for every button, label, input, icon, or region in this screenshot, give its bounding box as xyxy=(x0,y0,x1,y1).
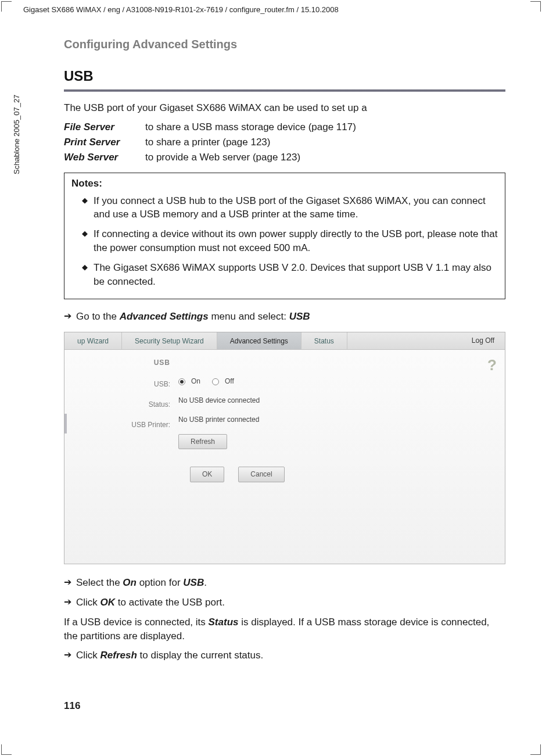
label-usb: USB: xyxy=(64,379,170,389)
step-line: ➔ Click OK to activate the USB port. xyxy=(64,596,505,610)
t: USB xyxy=(289,311,310,322)
refresh-row: Refresh xyxy=(178,434,505,450)
heading-underline xyxy=(64,89,505,92)
def-row: Print Serverto share a printer (page 123… xyxy=(64,135,505,149)
t: . xyxy=(204,577,207,588)
cancel-button[interactable]: Cancel xyxy=(238,467,284,482)
doc-header-path: Gigaset SX686 WiMAX / eng / A31008-N919-… xyxy=(23,5,339,15)
left-edge-decoration xyxy=(64,414,67,433)
spacer xyxy=(178,358,505,367)
notes-list: If you connect a USB hub to the USB port… xyxy=(71,194,498,289)
step-line: ➔ Go to the Advanced Settings menu and s… xyxy=(64,310,505,324)
tab-setup-wizard[interactable]: up Wizard xyxy=(64,332,122,349)
page-title: USB xyxy=(64,66,505,86)
def-row: File Serverto share a USB mass storage d… xyxy=(64,120,505,134)
help-icon[interactable]: ? xyxy=(487,354,497,375)
radio-on[interactable] xyxy=(178,378,185,385)
def-term: File Server xyxy=(64,120,145,134)
tab-advanced-settings[interactable]: Advanced Settings xyxy=(217,332,301,349)
step-line: ➔ Select the On option for USB. xyxy=(64,576,505,590)
status-value: No USB device connected xyxy=(178,396,505,406)
t: Refresh xyxy=(100,650,137,661)
step-text: Select the On option for USB. xyxy=(76,576,505,590)
t: If a USB device is connected, its xyxy=(64,617,209,628)
arrow-right-icon: ➔ xyxy=(64,648,71,661)
note-item: The Gigaset SX686 WiMAX supports USB V 2… xyxy=(82,261,498,289)
def-term: Web Server xyxy=(64,151,145,164)
intro-text: The USB port of your Gigaset SX686 WiMAX… xyxy=(64,101,505,115)
usb-on-off-row: On Off xyxy=(178,377,505,386)
def-row: Web Serverto provide a Web server (page … xyxy=(64,151,505,164)
t: Click xyxy=(76,650,100,661)
arrow-right-icon: ➔ xyxy=(64,576,71,589)
definition-table: File Serverto share a USB mass storage d… xyxy=(64,120,505,164)
radio-off-label: Off xyxy=(225,377,234,386)
tab-status[interactable]: Status xyxy=(301,332,347,349)
refresh-button[interactable]: Refresh xyxy=(178,434,227,450)
note-item: If connecting a device without its own p… xyxy=(82,227,498,255)
label-status: Status: xyxy=(64,400,170,410)
ok-cancel-row: OK Cancel xyxy=(178,467,505,482)
panel-title: USB xyxy=(64,358,170,368)
t: to activate the USB port. xyxy=(115,597,225,608)
step-text: Go to the Advanced Settings menu and sel… xyxy=(76,310,505,324)
t: option for xyxy=(137,577,183,588)
tab-security-setup-wizard[interactable]: Security Setup Wizard xyxy=(122,332,217,349)
router-ui-screenshot: up Wizard Security Setup Wizard Advanced… xyxy=(64,332,505,564)
t: Click xyxy=(76,597,100,608)
label-usb-printer: USB Printer: xyxy=(64,420,170,430)
ok-button[interactable]: OK xyxy=(190,467,224,482)
page-content: Configuring Advanced Settings USB The US… xyxy=(64,36,505,668)
t: USB xyxy=(183,577,204,588)
usb-printer-value: No USB printer connected xyxy=(178,415,505,425)
t: Go to the xyxy=(76,311,120,322)
radio-off[interactable] xyxy=(212,378,219,385)
logoff-link[interactable]: Log Off xyxy=(472,336,494,346)
def-desc: to share a printer (page 123) xyxy=(145,135,505,149)
router-labels-column: USB USB: Status: USB Printer: xyxy=(64,358,178,482)
t: OK xyxy=(100,597,116,608)
template-side-label: Schablone 2005_07_27 xyxy=(12,95,22,174)
def-desc: to share a USB mass storage device (page… xyxy=(145,120,505,134)
radio-on-label: On xyxy=(191,377,200,386)
t: to display the current status. xyxy=(137,650,263,661)
t: Select the xyxy=(76,577,123,588)
arrow-right-icon: ➔ xyxy=(64,596,71,608)
section-heading: Configuring Advanced Settings xyxy=(64,36,505,52)
t: Advanced Settings xyxy=(120,311,209,322)
tab-bar: up Wizard Security Setup Wizard Advanced… xyxy=(64,332,505,350)
t: menu and select: xyxy=(209,311,289,322)
notes-box: Notes: If you connect a USB hub to the U… xyxy=(64,173,505,300)
notes-title: Notes: xyxy=(71,177,498,191)
page-number: 116 xyxy=(64,699,80,713)
router-values-column: On Off No USB device connected No USB pr… xyxy=(178,358,505,482)
t: On xyxy=(123,577,137,588)
router-body: USB USB: Status: USB Printer: On Off No … xyxy=(64,350,505,482)
def-desc: to provide a Web server (page 123) xyxy=(145,151,505,164)
note-item: If you connect a USB hub to the USB port… xyxy=(82,194,498,222)
step-text: Click OK to activate the USB port. xyxy=(76,596,505,610)
paragraph: If a USB device is connected, its Status… xyxy=(64,615,505,643)
t: Status xyxy=(209,617,239,628)
arrow-right-icon: ➔ xyxy=(64,310,71,323)
step-line: ➔ Click Refresh to display the current s… xyxy=(64,648,505,662)
step-text: Click Refresh to display the current sta… xyxy=(76,648,505,662)
def-term: Print Server xyxy=(64,135,145,149)
